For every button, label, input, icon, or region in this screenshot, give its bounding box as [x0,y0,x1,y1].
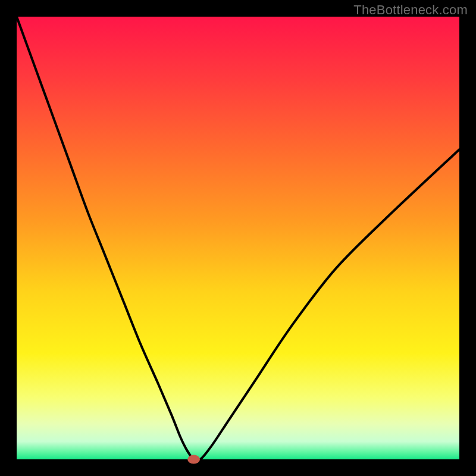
watermark-text: TheBottleneck.com [353,2,468,18]
minimum-marker-icon [187,455,200,464]
plot-background [17,17,459,459]
bottleneck-chart [0,0,476,476]
chart-stage [0,0,476,476]
